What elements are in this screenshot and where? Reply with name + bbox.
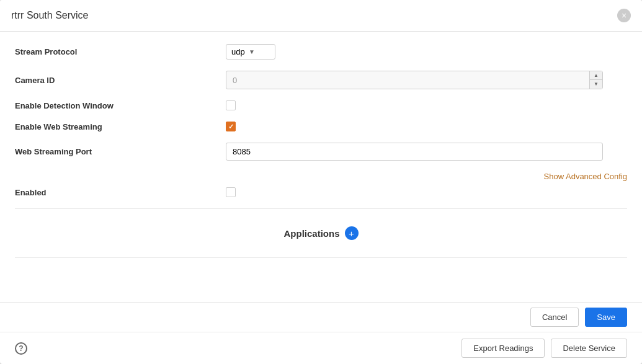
add-application-button[interactable]: +	[345, 226, 359, 240]
stream-protocol-select[interactable]: udp tcp rtsp	[231, 47, 255, 56]
camera-id-row: Camera ID ▲ ▼	[15, 71, 627, 89]
modal-title: rtrr South Service	[11, 10, 88, 21]
export-readings-button[interactable]: Export Readings	[461, 339, 545, 358]
enabled-row: Enabled	[15, 187, 627, 197]
enabled-control	[226, 187, 627, 197]
modal-footer-top: Cancel Save	[0, 302, 642, 332]
spinner-down-button[interactable]: ▼	[590, 80, 602, 89]
divider-2	[15, 257, 627, 258]
cancel-button[interactable]: Cancel	[530, 308, 579, 327]
divider-1	[15, 208, 627, 209]
enable-detection-window-row: Enable Detection Window	[15, 100, 627, 110]
enabled-checkbox[interactable]	[226, 187, 236, 197]
modal-container: rtrr South Service × Stream Protocol udp…	[0, 0, 642, 364]
camera-id-label: Camera ID	[15, 76, 226, 85]
camera-id-input[interactable]	[226, 71, 589, 89]
enabled-label: Enabled	[15, 188, 226, 197]
save-button[interactable]: Save	[585, 308, 627, 327]
stream-protocol-row: Stream Protocol udp tcp rtsp ▼	[15, 44, 627, 60]
applications-label: Applications	[283, 228, 339, 239]
footer-bottom-right: Export Readings Delete Service	[461, 339, 627, 358]
web-streaming-port-control	[226, 143, 627, 161]
camera-id-input-wrapper: ▲ ▼	[226, 71, 603, 89]
enable-detection-window-checkbox[interactable]	[226, 100, 236, 110]
modal-body: Stream Protocol udp tcp rtsp ▼ Camera ID	[0, 32, 642, 302]
close-button[interactable]: ×	[617, 9, 631, 22]
enable-web-streaming-control	[226, 122, 627, 131]
modal-header: rtrr South Service ×	[0, 0, 642, 32]
web-streaming-port-row: Web Streaming Port	[15, 143, 627, 161]
spinner-up-button[interactable]: ▲	[590, 71, 602, 80]
stream-protocol-control: udp tcp rtsp ▼	[226, 44, 627, 60]
stream-protocol-select-wrapper: udp tcp rtsp ▼	[226, 44, 275, 60]
camera-id-control: ▲ ▼	[226, 71, 627, 89]
applications-section: Applications +	[15, 218, 627, 249]
show-advanced-config-link[interactable]: Show Advanced Config	[544, 172, 627, 181]
enable-detection-window-control	[226, 100, 627, 110]
enable-web-streaming-label: Enable Web Streaming	[15, 122, 226, 131]
help-button[interactable]: ?	[15, 342, 27, 355]
web-streaming-port-label: Web Streaming Port	[15, 147, 226, 156]
enable-web-streaming-checkbox[interactable]	[226, 122, 236, 131]
web-streaming-port-input[interactable]	[226, 143, 603, 161]
enable-web-streaming-row: Enable Web Streaming	[15, 122, 627, 131]
delete-service-button[interactable]: Delete Service	[551, 339, 627, 358]
enable-detection-window-label: Enable Detection Window	[15, 101, 226, 110]
camera-id-spinners: ▲ ▼	[589, 71, 602, 89]
advanced-config-section: Show Advanced Config	[15, 172, 627, 181]
stream-protocol-label: Stream Protocol	[15, 47, 226, 56]
modal-footer-bottom: ? Export Readings Delete Service	[0, 332, 642, 364]
